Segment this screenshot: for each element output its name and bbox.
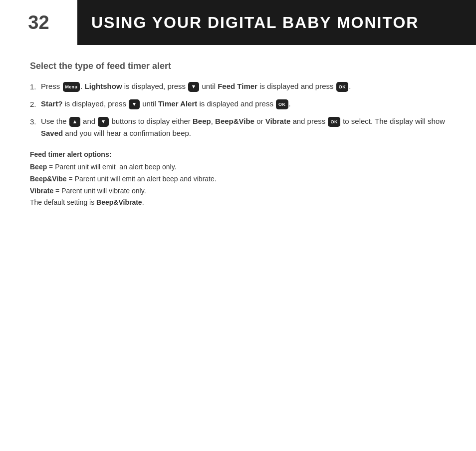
ok-button-icon-3: OK xyxy=(328,117,340,127)
option-default: The default setting is Beep&Vibrate. xyxy=(30,197,446,209)
menu-button-icon: Menu xyxy=(63,82,80,92)
steps-list: 1. Press Menu. Lightshow is displayed, p… xyxy=(30,80,446,139)
page-title: USING YOUR DIGITAL BABY MONITOR xyxy=(91,13,419,32)
down-arrow-icon-3: ▾ xyxy=(98,117,109,127)
step-3-num: 3. xyxy=(30,115,41,128)
option-vibrate: Vibrate = Parent unit will vibrate only. xyxy=(30,185,446,197)
down-arrow-icon-1: ▾ xyxy=(188,82,199,92)
default-period: . xyxy=(142,198,144,206)
saved-label: Saved xyxy=(41,129,63,137)
option-vibrate-desc: = Parent unit will vibrate only. xyxy=(53,187,146,195)
vibrate-option-label: Vibrate xyxy=(265,117,291,125)
down-arrow-icon-2: ▾ xyxy=(129,99,140,109)
page-number-text: 32 xyxy=(28,12,49,33)
ok-button-icon-1: OK xyxy=(336,82,349,92)
options-section: Feed timer alert options: Beep = Parent … xyxy=(30,150,446,209)
feed-timer-label: Feed Timer xyxy=(218,82,257,90)
option-beep-vibe: Beep&Vibe = Parent unit will emit an ale… xyxy=(30,173,446,185)
option-vibrate-label: Vibrate xyxy=(30,187,53,195)
step-1: 1. Press Menu. Lightshow is displayed, p… xyxy=(30,80,446,93)
start-label: Start? xyxy=(41,99,62,108)
page-header: 32 USING YOUR DIGITAL BABY MONITOR xyxy=(0,0,476,45)
title-bar: USING YOUR DIGITAL BABY MONITOR xyxy=(77,0,476,45)
step-3-content: Use the ▴ and ▾ buttons to display eithe… xyxy=(41,115,446,139)
step-1-content: Press Menu. Lightshow is displayed, pres… xyxy=(41,80,446,92)
beep-vibe-option-label: Beep&Vibe xyxy=(215,117,254,125)
page-number: 32 xyxy=(0,0,77,45)
option-beep-vibe-label: Beep&Vibe xyxy=(30,175,67,183)
section-title: Select the type of feed timer alert xyxy=(30,61,446,71)
step-2-num: 2. xyxy=(30,98,41,110)
options-list: Beep = Parent unit will emit an alert be… xyxy=(30,161,446,209)
option-beep-vibe-desc: = Parent unit will emit an alert beep an… xyxy=(67,175,217,183)
step-2: 2. Start? is displayed, press ▾ until Ti… xyxy=(30,98,446,110)
option-beep-label: Beep xyxy=(30,163,47,171)
default-text: The default setting is xyxy=(30,198,96,206)
option-beep-desc: = Parent unit will emit an alert beep on… xyxy=(47,163,176,171)
timer-alert-label: Timer Alert xyxy=(158,99,197,108)
step-1-num: 1. xyxy=(30,80,41,93)
default-value: Beep&Vibrate xyxy=(96,198,142,206)
up-arrow-icon: ▴ xyxy=(69,117,80,127)
beep-option-label: Beep xyxy=(193,117,211,125)
step-2-content: Start? is displayed, press ▾ until Timer… xyxy=(41,98,446,110)
page-content: Select the type of feed timer alert 1. P… xyxy=(0,45,476,224)
step-3: 3. Use the ▴ and ▾ buttons to display ei… xyxy=(30,115,446,139)
options-section-title: Feed timer alert options: xyxy=(30,150,446,158)
ok-button-icon-2: OK xyxy=(276,99,288,109)
option-beep: Beep = Parent unit will emit an alert be… xyxy=(30,161,446,173)
lightshow-label: Lightshow xyxy=(85,82,122,90)
